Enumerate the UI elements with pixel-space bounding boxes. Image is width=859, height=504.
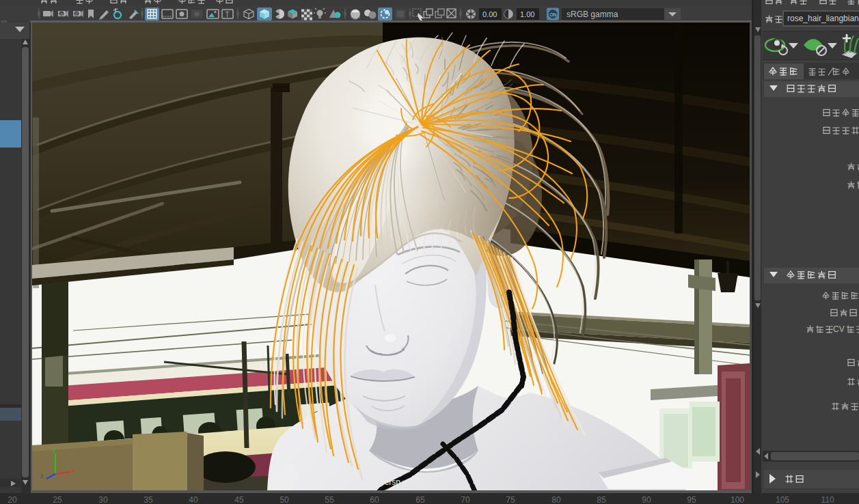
svg-text:20: 20: [8, 495, 17, 504]
svg-text:60: 60: [370, 495, 379, 504]
svg-text:z: z: [40, 473, 44, 479]
svg-text:8: 8: [75, 12, 78, 16]
svg-text:70: 70: [461, 495, 470, 504]
svg-text:sRGB gamma: sRGB gamma: [567, 10, 618, 19]
svg-text:40: 40: [189, 495, 198, 504]
svg-text:35: 35: [144, 495, 153, 504]
svg-text:CV: CV: [833, 324, 845, 334]
svg-text:x: x: [72, 467, 75, 474]
svg-text:45: 45: [234, 495, 244, 504]
svg-text:95: 95: [687, 495, 696, 504]
svg-text:75: 75: [506, 495, 515, 504]
svg-text:100: 100: [731, 495, 744, 504]
svg-text:25: 25: [53, 495, 62, 504]
svg-text:0.00: 0.00: [482, 10, 497, 18]
svg-text:y: y: [53, 447, 56, 453]
svg-text:T: T: [226, 11, 230, 18]
svg-text:110: 110: [821, 495, 834, 504]
svg-text:85: 85: [597, 495, 606, 504]
svg-text:90: 90: [642, 495, 651, 504]
svg-text:a: a: [60, 12, 63, 16]
svg-text:65: 65: [415, 495, 425, 504]
svg-text:105: 105: [776, 495, 789, 504]
svg-text:rose_hair_liangbian: rose_hair_liangbian: [787, 14, 859, 23]
svg-text:55: 55: [325, 495, 334, 504]
svg-text:ON: ON: [550, 12, 557, 17]
svg-text:50: 50: [279, 495, 289, 504]
svg-text:80: 80: [551, 495, 561, 504]
svg-text:30: 30: [98, 495, 108, 504]
svg-text:persp: persp: [380, 477, 400, 487]
svg-text:1.00: 1.00: [520, 10, 534, 18]
